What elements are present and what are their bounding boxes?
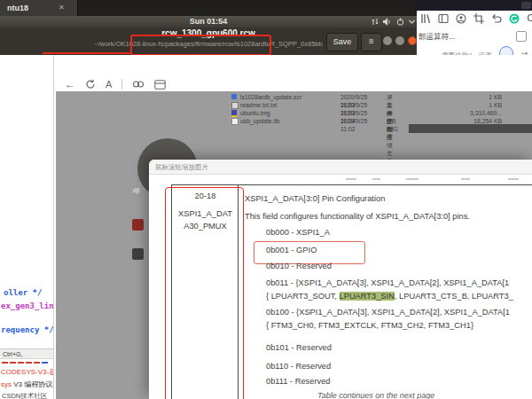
sidebar-icon[interactable] [438, 13, 449, 24]
annotation-red-line [43, 52, 132, 54]
faint-mark [406, 178, 419, 180]
chevron-down-icon[interactable] [409, 20, 415, 24]
table-bits-cell: 20-18 [173, 192, 238, 200]
tab-ubuntu18[interactable]: ntu18 [0, 0, 78, 16]
img-file-icon [231, 110, 237, 117]
window-edge-band [409, 124, 532, 133]
lpuart-post: , LPUART3_CTS_B, LPUART3_ [395, 292, 513, 301]
scr-file-icon [231, 94, 237, 99]
faint-mark [346, 178, 356, 180]
library-icon[interactable] [420, 13, 431, 24]
find-bar[interactable]: Ctrl+G, [0, 348, 53, 359]
option-0b011: 0b011 - {XSPI1_A_DATA[3], XSPI1_A_DATA[2… [266, 278, 509, 287]
code-comment-line-2: requency */ [1, 325, 53, 334]
option-0b010: 0b010 - Reserved [266, 262, 332, 270]
file-size: 1 KB [449, 93, 502, 101]
file-size: 3,310,469... [449, 109, 502, 117]
table-field-name-line1: XSPI1_A_DAT [173, 209, 238, 218]
option-0b000: 0b000 - XSPI1_A [266, 228, 330, 237]
table-heading: XSPI1_A_DATA[3:0] Pin Configuration [245, 194, 385, 203]
power-icon[interactable] [396, 18, 404, 26]
table-top-border [171, 184, 532, 185]
text-file-icon [231, 102, 239, 109]
option-0b011-signals: { LPUART3_SOUT, LPUART3_SIN, LPUART3_CTS… [266, 292, 513, 301]
search-result-source: CSDN技术社区 [2, 392, 47, 399]
popup-title: 鼠标滚轮缩放图片 [155, 163, 208, 171]
terminal-tab-bar: ntu18 ✕ [0, 0, 417, 16]
underline-marks [2, 362, 48, 364]
faint-mark [372, 178, 380, 180]
result-highlight: sys [1, 380, 12, 388]
font-size-button[interactable]: A [106, 76, 112, 92]
page-text-fragment: 部运算符... [419, 32, 455, 43]
close-button[interactable] [408, 36, 417, 45]
screenshot-icon[interactable] [473, 13, 484, 24]
image-zoom-popup[interactable]: 鼠标滚轮缩放图片 20-18 XSPI1_A_DAT A30_PMUX XSPI… [149, 160, 532, 399]
result-rest: V3 编程协议(E [12, 380, 53, 388]
itb-file-icon [231, 118, 239, 125]
grammarly-icon[interactable] [509, 13, 520, 24]
code-editor-window: oller */ ex_gen3_link_ requency */ Ctrl+… [0, 55, 53, 399]
minimize-button[interactable] [383, 36, 392, 45]
clock-label: Sun 01:54 [0, 16, 417, 27]
file-name: ubuntu.img [240, 109, 270, 117]
search-result-link-2[interactable]: sys V3 编程协议(E [1, 379, 53, 389]
option-0b110: 0b110 - Reserved [266, 362, 331, 371]
viewer-toolbar: ← A [65, 76, 166, 92]
tab-label: ntu18 [7, 4, 28, 12]
firefox-toolbar [420, 12, 532, 25]
volume-icon[interactable] [383, 18, 392, 26]
annotation-red-box-column [165, 187, 244, 399]
network-icon[interactable] [372, 18, 379, 26]
annotation-red-box-path [130, 35, 271, 56]
option-0b001: 0b001 - GPIO [266, 246, 317, 254]
file-date: 2020/9/25 11:02 [340, 117, 367, 133]
sidebar-dark-icon [132, 248, 144, 260]
table-continues-note: Table continues on the next page [317, 391, 434, 399]
screenshot-root: ntu18 ✕ Sun 01:54 rcw_1300_gpu600.rcw ~/… [0, 0, 532, 399]
tab-close-icon[interactable]: ✕ [59, 0, 65, 16]
file-size: 1 KB [449, 101, 502, 109]
account-icon[interactable] [456, 13, 466, 24]
faint-mark [461, 178, 470, 180]
zoom-icon[interactable] [527, 13, 532, 24]
search-result-link-1[interactable]: CODESYS-V3-基础 [1, 367, 53, 377]
file-name: ls1028ardb_update.scr [240, 93, 301, 101]
save-card-icon[interactable] [154, 80, 166, 90]
undo-icon[interactable] [491, 13, 502, 24]
back-arrow-icon[interactable]: ← [65, 76, 75, 92]
file-name: usb_update.itb [240, 117, 280, 125]
refresh-icon[interactable] [85, 79, 96, 90]
lpuart-highlight: LPUART3_SIN [340, 292, 395, 301]
lpuart-pre: { LPUART3_SOUT, [266, 292, 340, 301]
option-0b101: 0b101 - Reserved [266, 343, 332, 352]
save-button[interactable]: Save [326, 33, 358, 51]
option-0b100-signals: { FTM3_CH0, FTM3_EXTCLK, FTM3_CH2, FTM3_… [266, 321, 473, 330]
option-0b111: 0b111 - Reserved [266, 377, 331, 386]
popup-titlebar[interactable]: 鼠标滚轮缩放图片 [149, 160, 532, 175]
firefox-titlebar [417, 0, 532, 11]
table-field-name-line2: A30_PMUX [173, 222, 238, 231]
findbar-shortcut: Ctrl+G, [3, 351, 22, 357]
file-name: readme.txt.txt [240, 101, 277, 109]
option-0b100: 0b100 - {XSPI1_A_DATA[3], XSPI1_A_DATA[2… [266, 308, 510, 317]
code-identifier-line: ex_gen3_link_ [1, 301, 53, 310]
bookmark-icon[interactable] [516, 31, 527, 42]
table-description: This field configures functionality of X… [245, 212, 470, 221]
system-tray [372, 17, 415, 27]
hamburger-menu-button[interactable]: ≡ [361, 33, 382, 51]
link-icon[interactable] [132, 80, 145, 89]
maximize-button[interactable] [395, 36, 404, 45]
sidebar-red-icon [132, 219, 144, 231]
file-type: ITB 文件 [387, 117, 396, 141]
faint-mark [508, 178, 519, 180]
toolbar-divider [121, 79, 122, 90]
firefox-tab-fragment[interactable] [521, 2, 531, 9]
sidebar-username: djt [133, 187, 139, 193]
code-comment-line: oller */ [4, 288, 42, 297]
